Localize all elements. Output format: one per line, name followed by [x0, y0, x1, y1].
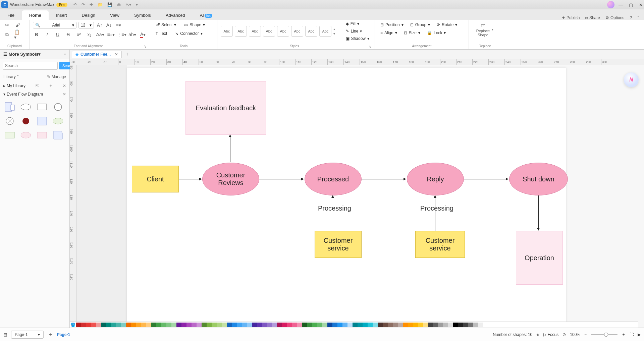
color-swatch[interactable]: [312, 323, 317, 327]
label-processing-1[interactable]: Processing: [318, 205, 351, 212]
color-swatch[interactable]: [302, 323, 307, 327]
paste-icon[interactable]: 📋▾: [14, 31, 21, 38]
bold-icon[interactable]: B: [33, 31, 40, 38]
strike-icon[interactable]: S: [65, 31, 72, 38]
color-swatch[interactable]: [332, 323, 337, 327]
color-swatch[interactable]: [307, 323, 312, 327]
page-tab[interactable]: Page-1: [57, 332, 70, 337]
bullets-icon[interactable]: ⋮≡▾: [118, 31, 125, 38]
node-shutdown[interactable]: Shut down: [509, 163, 568, 195]
collapse-panel-icon[interactable]: «: [64, 52, 66, 57]
color-swatch[interactable]: [116, 323, 121, 327]
palette-shape-doc[interactable]: [3, 102, 16, 112]
save-icon[interactable]: 💾: [107, 2, 112, 7]
color-swatch[interactable]: [166, 323, 171, 327]
format-painter-icon[interactable]: 🖌: [14, 21, 21, 29]
underline-icon[interactable]: U: [54, 31, 61, 38]
subscript-icon[interactable]: x₂: [86, 31, 93, 38]
color-swatch[interactable]: [212, 323, 217, 327]
canvas-area[interactable]: -30-20-100102030405060708090100110120130…: [70, 59, 644, 328]
color-swatch[interactable]: [353, 323, 358, 327]
fill-menu[interactable]: ◆ Fill ▾: [344, 20, 371, 27]
color-swatch[interactable]: [478, 323, 483, 327]
select-tool[interactable]: ⮰Select ▾: [154, 21, 178, 28]
color-swatch[interactable]: [388, 323, 393, 327]
tab-insert[interactable]: Insert: [49, 10, 74, 20]
undo-icon[interactable]: ↶: [73, 2, 77, 7]
add-page-button[interactable]: ＋: [48, 331, 53, 338]
document-tab[interactable]: ◆ Customer Fee... ✕: [72, 51, 122, 58]
highlight-icon[interactable]: ab▾: [128, 31, 136, 38]
connector[interactable]: [179, 179, 202, 179]
color-swatch[interactable]: [227, 323, 232, 327]
lib-add-icon[interactable]: ＋: [49, 83, 53, 89]
color-swatch[interactable]: [237, 323, 242, 327]
add-tab-button[interactable]: ＋: [124, 51, 130, 58]
bucket-icon[interactable]: 🪣: [70, 323, 76, 327]
color-swatch[interactable]: [222, 323, 227, 327]
connector[interactable]: [362, 179, 406, 179]
my-library-row[interactable]: ▸ My Library ⇱ ＋ ✕: [0, 81, 69, 90]
color-swatch[interactable]: [181, 323, 186, 327]
fontcolor-icon[interactable]: A▾: [139, 31, 147, 38]
pages-icon[interactable]: ▤: [3, 332, 7, 337]
font-family-select[interactable]: 🔍 Arial ▾: [33, 22, 76, 29]
color-swatch[interactable]: [458, 323, 463, 327]
help-button[interactable]: ?: [630, 15, 632, 20]
color-swatch[interactable]: [342, 323, 347, 327]
close-tab-icon[interactable]: ✕: [115, 52, 118, 57]
color-swatch[interactable]: [317, 323, 322, 327]
manage-library-button[interactable]: ✎ Manage: [47, 74, 66, 79]
color-swatch[interactable]: [101, 323, 106, 327]
color-swatch[interactable]: [287, 323, 292, 327]
text-tool[interactable]: TText: [154, 30, 169, 37]
case-icon[interactable]: Aa▾: [96, 31, 104, 38]
palette-shape-crossed[interactable]: [3, 116, 16, 126]
print-icon[interactable]: 🖶: [117, 2, 121, 7]
label-processing-2[interactable]: Processing: [420, 205, 453, 212]
fullscreen-icon[interactable]: ⛶: [630, 332, 634, 337]
lib-close-icon[interactable]: ✕: [63, 83, 66, 88]
share-button[interactable]: ∞Share: [585, 15, 600, 20]
palette-shape-notch[interactable]: [52, 130, 64, 140]
color-swatch[interactable]: [192, 323, 197, 327]
size-menu[interactable]: ⊡ Size▾: [402, 30, 422, 36]
collapse-icon[interactable]: ˄: [17, 74, 19, 79]
minimize-button[interactable]: —: [619, 2, 623, 7]
color-swatch[interactable]: [433, 323, 438, 327]
shadow-menu[interactable]: ▣ Shadow ▾: [344, 35, 371, 42]
color-swatch[interactable]: [146, 323, 151, 327]
palette-shape-reddot[interactable]: [19, 116, 32, 126]
color-swatch[interactable]: [267, 323, 272, 327]
close-button[interactable]: ✕: [639, 2, 643, 7]
color-swatch[interactable]: [337, 323, 342, 327]
color-swatch[interactable]: [202, 323, 207, 327]
color-swatch[interactable]: [186, 323, 192, 327]
color-swatch[interactable]: [272, 323, 277, 327]
zoom-slider[interactable]: [591, 334, 618, 335]
color-swatch[interactable]: [197, 323, 202, 327]
node-processed[interactable]: Processed: [305, 163, 362, 195]
color-swatch[interactable]: [347, 323, 353, 327]
color-swatch[interactable]: [126, 323, 131, 327]
presentation-icon[interactable]: ▶: [638, 332, 641, 337]
style-card[interactable]: Abc: [235, 26, 247, 37]
color-swatch[interactable]: [322, 323, 327, 327]
color-swatch[interactable]: [171, 323, 176, 327]
open-icon[interactable]: 📁: [98, 2, 103, 7]
node-customer-service-1[interactable]: Customer service: [315, 231, 362, 258]
color-swatch[interactable]: [96, 323, 101, 327]
node-evaluation-feedback[interactable]: Evaluation feedback: [185, 81, 266, 135]
color-swatch[interactable]: [91, 323, 96, 327]
color-swatch[interactable]: [363, 323, 368, 327]
node-customer-service-2[interactable]: Customer service: [415, 231, 465, 258]
palette-shape-pinkellipse[interactable]: [19, 130, 32, 140]
palette-shape-greenellipse[interactable]: [52, 116, 64, 126]
canvas-page[interactable]: Evaluation feedback Client Customer Revi…: [127, 68, 566, 323]
tab-file[interactable]: File: [0, 10, 22, 20]
tab-symbols[interactable]: Symbols: [127, 10, 158, 20]
node-reply[interactable]: Reply: [407, 163, 464, 195]
color-swatch[interactable]: [277, 323, 282, 327]
shrink-font-icon[interactable]: A↓: [105, 21, 113, 29]
tab-design[interactable]: Design: [74, 10, 103, 20]
